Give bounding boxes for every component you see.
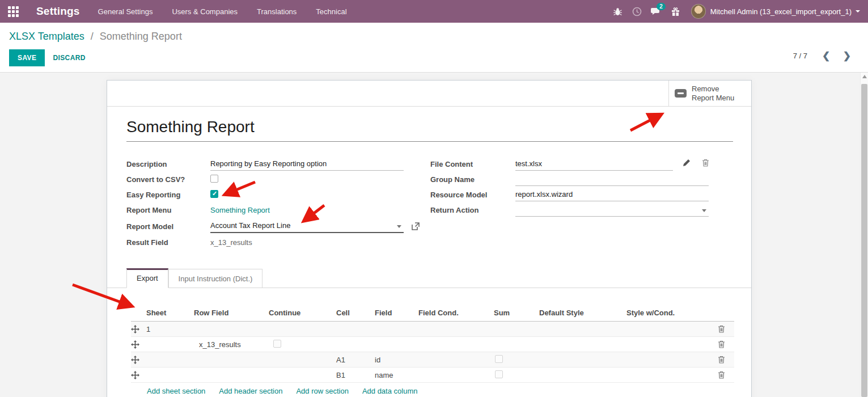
table-row[interactable]: A1id [131,352,734,368]
menu-translations[interactable]: Translations [256,5,298,18]
top-navbar: Settings General Settings Users & Compan… [0,0,868,23]
bug-icon[interactable] [608,0,628,23]
delete-row-button[interactable] [718,371,725,379]
tab-input-instruction[interactable]: Input Instruction (Dict.) [168,269,263,288]
app-title[interactable]: Settings [36,5,80,18]
easy-reporting-checkbox[interactable] [210,190,218,198]
content-area: Remove Report Menu Something Report Desc… [0,73,868,397]
resource-model-input[interactable] [515,188,709,201]
report-menu-link[interactable]: Something Report [210,206,270,214]
gift-icon[interactable] [666,0,685,23]
sum-checkbox[interactable] [495,355,503,363]
drag-handle-icon[interactable] [131,356,139,364]
breadcrumb: XLSX Templates / Something Report [9,31,854,43]
chevron-down-icon [397,225,401,228]
return-action-combo[interactable] [515,204,709,217]
user-menu[interactable]: Mitchell Admin (13_excel_import_export_1… [710,7,860,16]
delete-file-button[interactable] [702,159,709,167]
scroll-up-arrow[interactable] [862,75,867,78]
sum-checkbox[interactable] [495,370,503,378]
external-link-icon[interactable] [412,222,420,230]
description-input[interactable] [210,158,404,171]
cell-field: id [375,356,418,364]
add-header-section-link[interactable]: Add header section [219,387,282,395]
group-name-input[interactable] [515,173,709,186]
report-model-label: Report Model [126,222,210,231]
menu-technical[interactable]: Technical [315,5,348,18]
form-sheet: Remove Report Menu Something Report Desc… [107,80,752,397]
drag-handle-icon[interactable] [131,340,139,349]
drag-handle-icon[interactable] [131,325,139,333]
file-content-input[interactable] [515,158,673,171]
add-sheet-section-link[interactable]: Add sheet section [147,387,205,395]
minus-icon [675,89,687,98]
result-field-label: Result Field [126,238,210,247]
header-row-field[interactable]: Row Field [194,309,269,317]
field-group-right: File Content [430,157,709,250]
table-footer-links: Add sheet section Add header section Add… [131,383,734,397]
header-field-cond[interactable]: Field Cond. [418,309,494,317]
form-statusbar: Remove Report Menu [107,81,751,107]
pager: 7 / 7 ❮ ❯ [793,50,853,62]
menu-users-companies[interactable]: Users & Companies [171,5,239,18]
user-avatar[interactable] [691,4,706,19]
header-default-style[interactable]: Default Style [539,309,626,317]
delete-row-button[interactable] [718,325,725,333]
convert-to-csv-checkbox[interactable] [210,175,218,183]
control-panel: XLSX Templates / Something Report SAVE D… [0,23,868,73]
pager-previous-button[interactable]: ❮ [820,50,832,62]
delete-row-button[interactable] [718,340,725,348]
cell-cell: B1 [335,371,375,379]
delete-row-button[interactable] [718,356,725,364]
edit-file-button[interactable] [683,159,691,167]
discard-button[interactable]: DISCARD [53,54,85,62]
header-field[interactable]: Field [375,309,418,317]
table-row[interactable]: B1name [131,368,734,383]
continue-checkbox[interactable] [273,340,281,348]
systray: 2 Mitchell Admin (13_excel_import_export… [608,0,868,23]
user-name-label: Mitchell Admin (13_excel_import_export_1… [710,7,852,16]
header-sheet[interactable]: Sheet [146,309,194,317]
breadcrumb-xlsx-templates[interactable]: XLSX Templates [9,31,84,42]
notebook-tabs: Export Input Instruction (Dict.) [107,268,751,288]
report-menu-label: Report Menu [126,206,210,214]
pager-next-button[interactable]: ❯ [841,50,853,62]
description-label: Description [126,160,210,168]
save-button[interactable]: SAVE [9,49,45,66]
table-row[interactable]: 1 [131,322,734,337]
drag-handle-icon[interactable] [131,371,139,379]
record-title-input[interactable]: Something Report [126,118,733,142]
vertical-scrollbar[interactable] [860,73,868,397]
field-group-left: Description Convert to CSV? Easy Reporti… [126,157,430,250]
cell-cell: A1 [335,356,375,364]
group-name-label: Group Name [430,175,515,184]
message-count-badge: 2 [657,3,666,10]
cell-field: name [375,371,418,379]
add-row-section-link[interactable]: Add row section [296,387,349,395]
chevron-down-icon [856,10,860,12]
report-model-value: Account Tax Report Line [210,221,290,230]
menu-general-settings[interactable]: General Settings [97,5,154,18]
breadcrumb-current: Something Report [100,31,182,42]
header-cell[interactable]: Cell [335,309,375,317]
apps-menu-icon[interactable] [0,0,26,23]
file-content-label: File Content [430,160,515,168]
header-sum[interactable]: Sum [494,309,539,317]
remove-report-menu-label: Remove Report Menu [692,85,734,103]
export-table-body: 1x_13_resultsA1idB1name [131,322,734,383]
scrollbar-thumb[interactable] [861,84,867,397]
header-style-cond[interactable]: Style w/Cond. [626,309,709,317]
table-header-row: Sheet Row Field Continue Cell Field Fiel… [131,309,734,322]
tab-export[interactable]: Export [126,268,168,288]
activities-clock-icon[interactable] [628,0,647,23]
remove-report-menu-button[interactable]: Remove Report Menu [668,81,751,106]
resource-model-label: Resource Model [430,191,515,199]
grid-icon [8,6,19,17]
result-field-value: x_13_results [210,238,404,247]
breadcrumb-separator: / [91,31,94,42]
messages-icon[interactable]: 2 [647,0,666,23]
report-model-combo[interactable]: Account Tax Report Line [210,219,404,233]
table-row[interactable]: x_13_results [131,337,734,352]
header-continue[interactable]: Continue [269,309,335,317]
add-data-column-link[interactable]: Add data column [362,387,418,395]
